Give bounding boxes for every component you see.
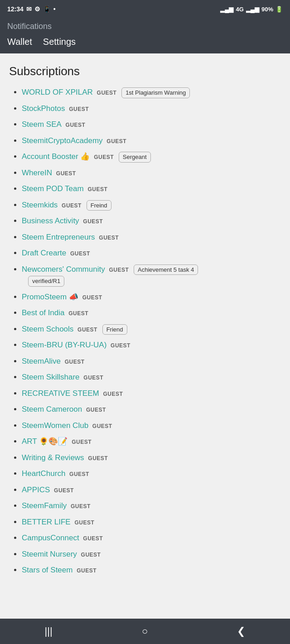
community-name[interactable]: Steem Entrepreneurs (22, 233, 95, 241)
main-content: Subscriptions WORLD OF XPILAR GUEST 1st … (0, 53, 290, 590)
community-name[interactable]: CampusConnect (22, 533, 79, 542)
guest-label: GUEST (71, 503, 91, 509)
top-nav: Notifications Wallet Settings (0, 18, 290, 53)
status-right: ▂▄▆ 4G ▂▄▆ 90% 🔋 (220, 6, 283, 13)
list-item: HeartChurch GUEST (22, 468, 281, 480)
badge: Friend (102, 324, 127, 335)
status-left: 12:34 ✉ ⚙ 📱 • (7, 5, 56, 13)
community-name[interactable]: Steem SEA (22, 120, 62, 129)
guest-label: GUEST (69, 471, 89, 477)
guest-label: GUEST (70, 250, 90, 257)
guest-label: GUEST (82, 294, 102, 301)
menu-button[interactable]: ||| (45, 625, 53, 637)
badge: 1st Plagiarism Warning (121, 87, 190, 98)
battery-icon: 🔋 (276, 6, 283, 13)
subscription-list: WORLD OF XPILAR GUEST 1st Plagiarism War… (9, 87, 281, 576)
community-name[interactable]: Steem Schools (22, 325, 73, 333)
community-name[interactable]: Newcomers' Community (22, 265, 105, 274)
guest-label: GUEST (83, 218, 103, 225)
guest-label: GUEST (62, 202, 82, 209)
community-name[interactable]: Stars of Steem (22, 566, 72, 574)
guest-label: GUEST (72, 439, 92, 445)
list-item: Steem SEA GUEST (22, 119, 281, 130)
list-item: RECREATIVE STEEM GUEST (22, 388, 281, 399)
community-name[interactable]: RECREATIVE STEEM (22, 389, 99, 398)
network-type: 4G (236, 6, 243, 13)
notifications-label: Notifications (7, 22, 283, 31)
guest-label: GUEST (77, 567, 97, 574)
community-name[interactable]: WORLD OF XPILAR (22, 88, 93, 96)
home-button[interactable]: ○ (142, 625, 148, 637)
settings-status-icon: ⚙ (34, 5, 40, 13)
guest-label: GUEST (83, 375, 103, 381)
dot-icon: • (53, 5, 56, 13)
email-icon: ✉ (26, 5, 32, 13)
list-item: Steemkids GUEST Freind (22, 199, 281, 211)
list-item: SteemitCryptoAcademy GUEST (22, 135, 281, 147)
community-name[interactable]: Best of India (22, 308, 65, 317)
community-name[interactable]: Draft Crearte (22, 249, 66, 257)
community-name[interactable]: Writing & Reviews (22, 453, 84, 462)
list-item: Steem Schools GUEST Friend (22, 323, 281, 335)
community-name[interactable]: WhereIN (22, 168, 52, 177)
list-item: SteemFamily GUEST (22, 500, 281, 512)
community-name[interactable]: SteemitCryptoAcademy (22, 136, 103, 145)
list-item: Newcomers' Community GUEST Achievement 5… (22, 264, 281, 287)
list-item: Steemit Nursery GUEST (22, 548, 281, 560)
community-name[interactable]: Steemkids (22, 201, 58, 209)
guest-label: GUEST (66, 122, 86, 128)
list-item: PromoSteem 📣 GUEST (22, 291, 281, 303)
list-item: Steem Skillshare GUEST (22, 371, 281, 383)
list-item: Best of India GUEST (22, 307, 281, 319)
guest-label: GUEST (94, 154, 114, 160)
community-name[interactable]: StockPhotos (22, 104, 65, 113)
guest-label: GUEST (87, 186, 107, 192)
nav-links: Wallet Settings (7, 37, 283, 47)
back-button[interactable]: ❮ (237, 625, 245, 637)
community-name[interactable]: Steem-BRU (BY-RU-UA) (22, 341, 106, 349)
settings-link[interactable]: Settings (43, 37, 76, 47)
list-item: Business Activity GUEST (22, 215, 281, 227)
guest-label: GUEST (65, 359, 85, 365)
list-item: Steem Entrepreneurs GUEST (22, 231, 281, 243)
guest-label: GUEST (88, 455, 108, 461)
community-name[interactable]: Steem POD Team (22, 184, 84, 193)
community-name[interactable]: Business Activity (22, 216, 79, 225)
community-name[interactable]: SteemFamily (22, 501, 67, 510)
guest-label: GUEST (68, 310, 88, 317)
guest-label: GUEST (92, 423, 112, 429)
guest-label: GUEST (69, 106, 89, 112)
list-item: Steem Cameroon GUEST (22, 404, 281, 415)
guest-label: GUEST (54, 487, 74, 494)
community-name[interactable]: HeartChurch (22, 469, 65, 478)
list-item: Stars of Steem GUEST (22, 564, 281, 576)
guest-label: GUEST (74, 519, 94, 526)
guest-label: GUEST (83, 535, 103, 542)
community-name[interactable]: PromoSteem (22, 293, 67, 301)
signal2-icon: ▂▄▆ (246, 6, 259, 13)
guest-label: GUEST (97, 90, 117, 96)
community-name[interactable]: BETTER LIFE (22, 518, 71, 526)
community-name[interactable]: Steemit Nursery (22, 550, 77, 558)
battery-display: 90% (261, 6, 273, 13)
community-name[interactable]: ART (22, 437, 37, 446)
community-name[interactable]: APPICS (22, 485, 50, 494)
list-item: WORLD OF XPILAR GUEST 1st Plagiarism War… (22, 87, 281, 98)
list-item: Steem-BRU (BY-RU-UA) GUEST (22, 339, 281, 351)
community-name[interactable]: Account Booster (22, 152, 78, 161)
guest-label: GUEST (56, 170, 76, 177)
community-name[interactable]: SteemAlive (22, 357, 61, 365)
badge: Achievement 5 task 4 (134, 264, 198, 275)
community-name[interactable]: Steem Skillshare (22, 373, 80, 381)
community-name[interactable]: Steem Cameroon (22, 405, 82, 413)
community-name[interactable]: SteemWomen Club (22, 421, 88, 430)
badge-2: verified/R1 (28, 276, 64, 287)
list-item: SteemAlive GUEST (22, 356, 281, 367)
guest-label: GUEST (86, 407, 106, 413)
guest-label: GUEST (77, 327, 97, 333)
list-item: APPICS GUEST (22, 484, 281, 496)
guest-label: GUEST (111, 342, 130, 349)
wallet-link[interactable]: Wallet (7, 37, 32, 47)
guest-label: GUEST (99, 235, 119, 241)
phone-icon: 📱 (43, 5, 51, 13)
